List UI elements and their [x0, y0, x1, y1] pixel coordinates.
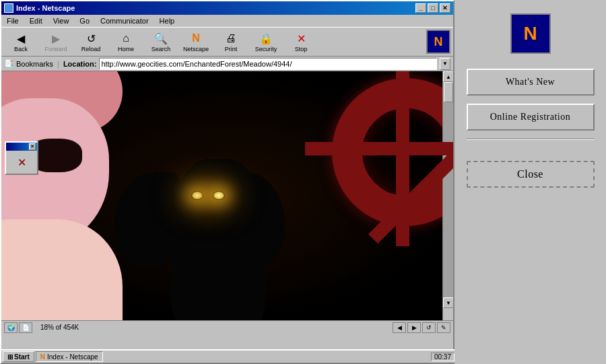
browser-icon: [4, 3, 13, 13]
title-bar: Index - Netscape _ □ ✕: [1, 1, 453, 15]
small-close-button[interactable]: ✕: [29, 143, 36, 150]
stop-label: Stop: [295, 46, 308, 52]
menu-file[interactable]: File: [4, 16, 22, 26]
security-label: Security: [255, 46, 277, 52]
location-label: Location:: [63, 60, 97, 68]
url-input[interactable]: [99, 58, 437, 70]
taskbar: ⊞ Start N Index - Netscape 00:37: [1, 349, 456, 363]
close-window-button[interactable]: ✕: [440, 3, 450, 13]
start-label: Start: [14, 353, 30, 361]
eye-left-glow: [191, 191, 203, 200]
content-area: ▲ ▼ ✕ ✕: [1, 71, 453, 320]
security-icon: 🔒: [258, 31, 274, 46]
reload-icon: ↺: [83, 31, 99, 46]
scroll-down-button[interactable]: ▼: [443, 297, 453, 308]
panel-netscape-logo: N: [510, 13, 551, 54]
print-button[interactable]: 🖨 Print: [214, 29, 248, 54]
menu-communicator[interactable]: Communicator: [98, 16, 152, 26]
small-window-content: ✕: [6, 151, 37, 174]
status-right: ◀ ▶ ↺ ✎: [393, 322, 450, 333]
netscape-logo-letter: N: [434, 35, 443, 49]
scroll-up-button[interactable]: ▲: [443, 71, 453, 82]
progress-icon-3: ↺: [422, 322, 436, 333]
reload-label: Reload: [81, 46, 101, 52]
url-dropdown-button[interactable]: ▼: [440, 58, 450, 70]
menu-help[interactable]: Help: [157, 16, 178, 26]
menu-bar: File Edit View Go Communicator Help: [1, 15, 453, 27]
home-label: Home: [118, 46, 134, 52]
search-label: Search: [152, 46, 171, 52]
maximize-button[interactable]: □: [428, 3, 438, 13]
netscape-logo: N: [426, 30, 450, 54]
eye-right-glow: [213, 191, 225, 200]
taskbar-netscape-app[interactable]: N Index - Netscape: [36, 351, 103, 362]
start-button[interactable]: ⊞ Start: [3, 351, 34, 362]
window-title: Index - Netscape: [16, 4, 75, 12]
scroll-thumb[interactable]: [444, 82, 453, 102]
bookmarks-icon: 📑: [4, 59, 13, 68]
netscape-button[interactable]: N Netscape: [179, 29, 213, 54]
stop-button[interactable]: ✕ Stop: [284, 29, 318, 54]
webpage-content: ▲ ▼: [1, 71, 453, 320]
taskbar-clock: 00:37: [431, 353, 454, 361]
menu-edit[interactable]: Edit: [27, 16, 45, 26]
title-bar-left: Index - Netscape: [4, 3, 75, 13]
online-registration-button[interactable]: Online Registration: [467, 104, 595, 131]
toolbar: ◀ Back ▶ Forward ↺ Reload ⌂ Home 🔍 Searc…: [1, 27, 453, 57]
forward-icon: ▶: [48, 31, 64, 46]
progress-icon-1: ◀: [393, 322, 406, 333]
print-label: Print: [225, 46, 238, 52]
wheel-spoke-h: [305, 142, 453, 155]
netscape-icon: N: [188, 31, 204, 46]
scroll-track[interactable]: [443, 82, 453, 297]
small-popup-window: ✕ ✕: [5, 141, 38, 175]
taskbar-app-icon: N: [40, 353, 45, 361]
panel-divider: [467, 139, 595, 139]
close-panel-button[interactable]: Close: [467, 161, 595, 188]
netscape-label: Netscape: [183, 46, 209, 52]
status-bar: 🌍 📄 18% of 454K ◀ ▶ ↺ ✎: [1, 320, 453, 334]
menu-view[interactable]: View: [50, 16, 72, 26]
taskbar-app-label: Index - Netscape: [47, 353, 98, 361]
forward-button[interactable]: ▶ Forward: [39, 29, 73, 54]
home-button[interactable]: ⌂ Home: [109, 29, 143, 54]
progress-icons: ◀ ▶ ↺ ✎: [393, 322, 450, 333]
forward-label: Forward: [44, 46, 67, 52]
back-icon: ◀: [13, 31, 29, 46]
title-bar-controls: _ □ ✕: [415, 3, 450, 13]
right-panel: N What's New Online Registration Close: [454, 0, 606, 364]
minimize-button[interactable]: _: [415, 3, 426, 13]
creature-body: [171, 159, 265, 320]
whats-new-button[interactable]: What's New: [467, 69, 595, 96]
search-icon: 🔍: [153, 31, 169, 46]
status-icons: 🌍 📄: [4, 322, 32, 333]
security-button[interactable]: 🔒 Security: [249, 29, 283, 54]
menu-go[interactable]: Go: [77, 16, 92, 26]
creature-eyes: [191, 191, 225, 200]
windows-logo: ⊞: [7, 353, 13, 361]
reload-button[interactable]: ↺ Reload: [74, 29, 108, 54]
location-bar: 📑 Bookmarks | Location: ▼: [1, 57, 453, 71]
vertical-scrollbar[interactable]: ▲ ▼: [442, 71, 453, 320]
search-button[interactable]: 🔍 Search: [144, 29, 178, 54]
status-icon-2: 📄: [19, 322, 32, 333]
back-label: Back: [14, 46, 28, 52]
status-icon-1: 🌍: [4, 322, 18, 333]
back-button[interactable]: ◀ Back: [4, 29, 38, 54]
browser-window: Index - Netscape _ □ ✕ File Edit View Go…: [0, 0, 454, 364]
status-text: 18% of 454K: [40, 324, 79, 331]
stop-icon: ✕: [293, 31, 309, 46]
print-icon: 🖨: [223, 31, 239, 46]
small-window-title: ✕: [6, 143, 37, 151]
bookmarks-label: Bookmarks: [16, 60, 53, 68]
progress-icon-2: ▶: [407, 322, 421, 333]
home-icon: ⌂: [118, 31, 134, 46]
progress-icon-4: ✎: [437, 322, 450, 333]
panel-logo-letter: N: [523, 23, 537, 44]
